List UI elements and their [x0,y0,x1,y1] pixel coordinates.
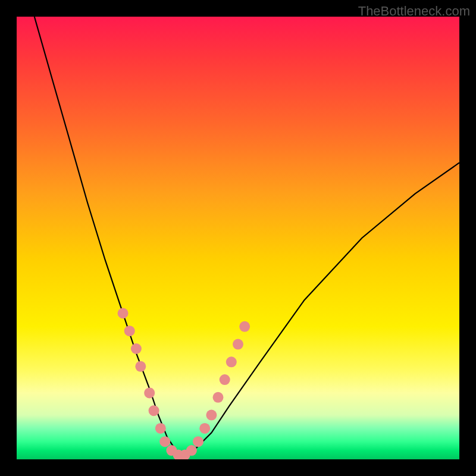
watermark-text: TheBottleneck.com [358,4,470,19]
curve-dot [159,436,170,447]
chart-svg [17,17,459,459]
chart-container: TheBottleneck.com [0,0,476,476]
curve-dot [199,423,210,434]
curve-dots [118,308,250,460]
curve-dot [135,361,146,372]
curve-dot [233,339,243,350]
curve-dot [193,436,203,447]
curve-dot [124,325,135,336]
curve-dot [186,445,197,456]
bottleneck-curve-line [35,17,459,455]
curve-dot [239,321,250,332]
curve-dot [213,392,224,403]
curve-dot [220,374,230,385]
curve-dot [131,343,142,354]
curve-dot [144,387,155,398]
curve-dot [226,356,237,367]
curve-dot [149,405,159,416]
curve-dot [155,423,166,434]
plot-area [17,17,459,459]
curve-dot [118,308,129,319]
curve-dot [206,410,217,421]
